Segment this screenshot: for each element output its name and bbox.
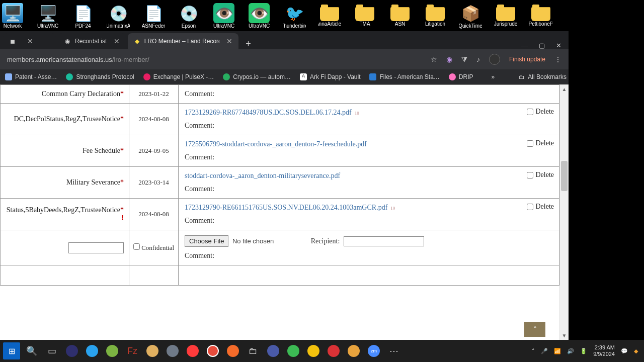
taskbar-app-active[interactable] — [184, 342, 201, 359]
close-icon[interactable]: ✕ — [226, 37, 232, 45]
bookmark[interactable]: AArk Fi Dapp - Vault — [300, 73, 360, 80]
close-icon[interactable]: ✕ — [27, 37, 33, 45]
delete-control[interactable]: Delete — [527, 108, 554, 116]
scroll-thumb[interactable] — [561, 161, 568, 191]
desktop-icon[interactable]: 📦QuickTime — [459, 3, 482, 31]
tray-chevron-icon[interactable]: ˄ — [532, 348, 535, 354]
clock[interactable]: 2:39 AM 9/9/2024 — [593, 344, 615, 357]
taskbar-app[interactable] — [224, 342, 242, 359]
taskbar-overflow[interactable]: ⋯ — [385, 342, 403, 359]
notification-icon[interactable]: 💬 — [621, 348, 628, 354]
record-file-link[interactable]: 1723129790-RE661151765US.SOS.NV.DEL06.20… — [185, 204, 387, 211]
record-file-link[interactable]: 1723129269-RR677484978US.DC.SOS.DEL.06.1… — [185, 109, 352, 116]
new-tab-button[interactable]: + — [240, 39, 256, 49]
bookmark[interactable]: Files - American Sta… — [369, 73, 439, 80]
table-row: Common Carry Declaration* 2023-01-22 Com… — [1, 85, 559, 104]
recipient-input[interactable] — [344, 236, 424, 246]
desktop-icon[interactable]: 💿Epson — [177, 3, 200, 31]
taskbar-app[interactable] — [144, 342, 161, 359]
scroll-down-icon[interactable]: ▼ — [560, 331, 569, 340]
start-button[interactable]: ⊞ — [3, 342, 20, 359]
taskbar-app[interactable] — [325, 342, 342, 359]
taskbar-app[interactable] — [84, 342, 101, 359]
desktop-icon[interactable]: 🖥️UltraVNC — [36, 3, 59, 31]
delete-control[interactable]: Delete — [527, 171, 554, 179]
tab[interactable]: ◼ ✕ — [3, 33, 56, 49]
window-close-icon[interactable]: ✕ — [556, 42, 561, 49]
taskbar-app[interactable]: 🗀 — [245, 342, 262, 359]
kebab-menu-icon[interactable]: ⋮ — [554, 55, 561, 63]
taskbar-app[interactable] — [204, 342, 221, 359]
search-button[interactable]: 🔍 — [23, 342, 40, 359]
battery-icon[interactable]: 🔋 — [580, 348, 587, 354]
desktop-icon[interactable]: AnnaArticles — [318, 3, 341, 31]
taskbar-app[interactable] — [104, 342, 121, 359]
delete-control[interactable]: Delete — [527, 203, 554, 211]
taskbar-app[interactable] — [285, 342, 302, 359]
system-tray: ˄ 🎤 📶 🔊 🔋 2:39 AM 9/9/2024 💬 ◆ — [532, 344, 641, 357]
confidential-checkbox[interactable] — [133, 243, 140, 250]
extensions-icon[interactable]: ⧩ — [461, 55, 467, 64]
desktop-icon[interactable]: 👁️UltraVNC — [248, 3, 271, 31]
confidential-control[interactable]: Confidential — [133, 244, 174, 251]
taskbar-app[interactable] — [164, 342, 181, 359]
scroll-to-top-button[interactable]: ˄ — [524, 322, 545, 337]
finish-update-button[interactable]: Finish update — [509, 56, 545, 63]
close-icon[interactable]: ✕ — [114, 37, 120, 45]
delete-checkbox[interactable] — [527, 204, 533, 210]
desktop-icon[interactable]: Litigation — [424, 3, 447, 31]
all-bookmarks-button[interactable]: 🗀All Bookmarks — [519, 73, 567, 80]
table-row: Military Severance* 2023-03-14 stoddart-… — [1, 167, 559, 199]
desktop-icon[interactable]: 💿UnimatrixA — [107, 3, 130, 31]
bookmark[interactable]: Exchange | PulseX -… — [143, 73, 214, 80]
desktop-icon[interactable]: 🖥️Network — [1, 3, 24, 31]
url-display[interactable]: members.americanstatenationals.us/lro-me… — [7, 56, 149, 63]
scroll-up-icon[interactable]: ▲ — [560, 84, 569, 94]
tab-active[interactable]: ◆ LRO Member – Land Recording ✕ — [128, 33, 238, 49]
taskbar-app[interactable] — [305, 342, 322, 359]
task-view-button[interactable]: ▭ — [43, 342, 60, 359]
bookmark[interactable]: Crypos.io — autom… — [223, 73, 291, 80]
star-icon[interactable]: ☆ — [431, 55, 437, 63]
record-date: 2024-09-05 — [129, 135, 179, 167]
desktop-icon[interactable]: 🐦Thunderbird — [283, 3, 306, 31]
bookmark[interactable]: DRIP — [449, 73, 473, 80]
tray-icon[interactable]: ◆ — [634, 348, 638, 354]
taskbar-app[interactable] — [345, 342, 362, 359]
bookmarks-overflow-icon[interactable]: » — [492, 73, 495, 80]
bookmarks-bar: Patent - Asse… Stronghands Protocol Exch… — [0, 69, 569, 84]
comment-label: Comment: — [185, 90, 553, 98]
delete-checkbox[interactable] — [527, 172, 533, 178]
desktop-icon[interactable]: 👁️UltraVNC — [212, 3, 235, 31]
desktop-icon[interactable]: 📄PDF24 — [71, 3, 95, 31]
choose-file-button[interactable]: Choose File — [185, 235, 228, 247]
taskbar-app[interactable] — [63, 342, 80, 359]
desktop-icon[interactable]: PettiboneP — [529, 3, 552, 31]
desktop-icon[interactable]: ASN — [388, 3, 412, 31]
volume-icon[interactable]: 🔊 — [567, 348, 574, 354]
media-icon[interactable]: ♪ — [476, 55, 480, 63]
bookmark[interactable]: Patent - Asse… — [5, 73, 57, 80]
record-name-input[interactable] — [68, 242, 124, 253]
profile-avatar[interactable] — [489, 54, 500, 65]
record-file-link[interactable]: 1725506799-stoddart-cordova-_aaron_dento… — [185, 140, 367, 148]
microphone-icon[interactable]: 🎤 — [541, 348, 548, 354]
taskbar-app[interactable]: zm — [365, 342, 382, 359]
desktop-icon[interactable]: TMA — [353, 3, 376, 31]
delete-control[interactable]: Delete — [527, 139, 554, 147]
scrollbar[interactable]: ▲ ▼ — [559, 84, 569, 340]
extension-icon[interactable]: ◉ — [446, 55, 452, 63]
delete-checkbox[interactable] — [527, 109, 533, 115]
desktop-icon[interactable]: Jurisprude — [494, 3, 517, 31]
taskbar-app[interactable] — [265, 342, 282, 359]
wifi-icon[interactable]: 📶 — [554, 348, 561, 354]
taskbar-app[interactable]: Fz — [124, 342, 141, 359]
maximize-icon[interactable]: ▢ — [539, 42, 545, 49]
delete-checkbox[interactable] — [527, 140, 533, 147]
minimize-icon[interactable]: — — [521, 42, 528, 49]
bookmark[interactable]: Stronghands Protocol — [66, 73, 134, 80]
record-date: 2023-01-22 — [129, 85, 179, 104]
tab[interactable]: ◉ RecordsList ✕ — [58, 33, 126, 49]
desktop-icon[interactable]: 📄ASNFeder — [142, 3, 165, 31]
record-file-link[interactable]: stoddart-cordova-_aaron_denton-militarys… — [185, 172, 340, 179]
